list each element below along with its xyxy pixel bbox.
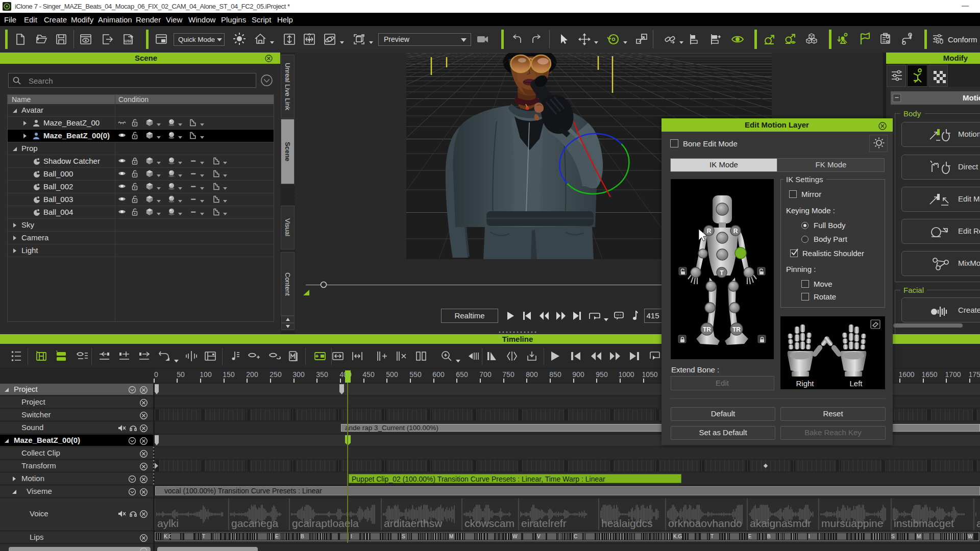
svg-text:anenhide: anenhide bbox=[976, 517, 980, 529]
svg-text:T: T bbox=[720, 269, 724, 277]
svg-text:W: W bbox=[512, 534, 518, 539]
svg-text:E: E bbox=[748, 534, 752, 539]
svg-text:akaignasmdr: akaignasmdr bbox=[750, 517, 811, 529]
svg-text:M: M bbox=[449, 534, 453, 539]
svg-text:TR: TR bbox=[732, 326, 741, 333]
svg-text:I: I bbox=[351, 534, 352, 539]
svg-text:K.G: K.G bbox=[673, 534, 682, 539]
svg-text:W: W bbox=[968, 534, 973, 539]
svg-text:S: S bbox=[402, 534, 405, 539]
svg-text:V: V bbox=[537, 534, 541, 539]
svg-text:TR: TR bbox=[703, 326, 711, 333]
svg-text:T: T bbox=[202, 534, 205, 539]
svg-text:T: T bbox=[710, 534, 714, 539]
svg-text:M: M bbox=[917, 534, 921, 539]
svg-text:R: R bbox=[707, 228, 712, 235]
svg-text:R: R bbox=[733, 228, 738, 235]
svg-text:B: B bbox=[301, 534, 304, 539]
svg-text:instibmacget: instibmacget bbox=[894, 517, 954, 529]
svg-text:S: S bbox=[891, 534, 895, 539]
svg-text:eiratelrefr: eiratelrefr bbox=[521, 517, 567, 529]
svg-text:arditaerthsw: arditaerthsw bbox=[384, 517, 443, 529]
svg-text:ckowscam: ckowscam bbox=[464, 517, 514, 529]
svg-text:Left: Left bbox=[849, 379, 863, 388]
svg-text:gacanega: gacanega bbox=[231, 517, 279, 529]
svg-text:E: E bbox=[275, 534, 279, 539]
svg-text:gcairaptloaela: gcairaptloaela bbox=[292, 517, 359, 529]
svg-text:USD: USD bbox=[125, 39, 133, 43]
svg-text:Right: Right bbox=[796, 379, 814, 388]
svg-text:healaigdcs: healaigdcs bbox=[601, 517, 652, 529]
svg-text:I: I bbox=[808, 534, 810, 539]
svg-text:mursuappine: mursuappine bbox=[821, 517, 883, 529]
svg-text:C: C bbox=[574, 534, 577, 539]
svg-text:orknoaovhando: orknoaovhando bbox=[668, 517, 742, 529]
svg-text:aylki: aylki bbox=[157, 517, 179, 529]
svg-text:B: B bbox=[767, 534, 771, 539]
